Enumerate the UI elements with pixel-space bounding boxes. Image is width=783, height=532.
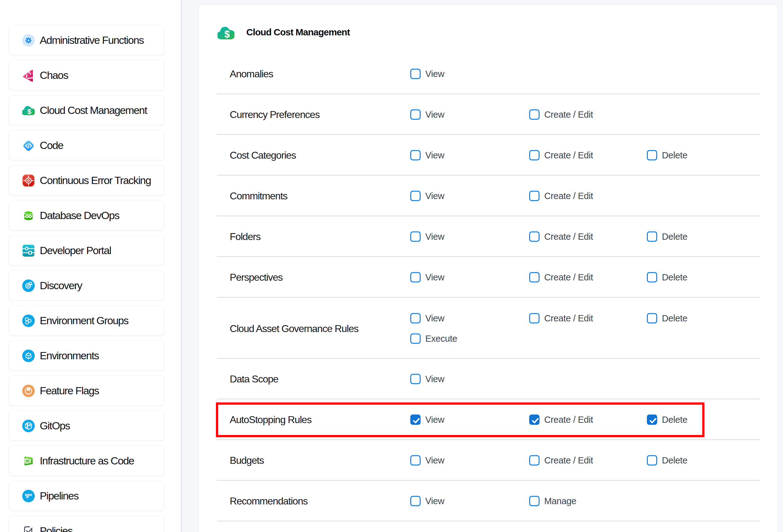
svg-text:$: $ — [27, 107, 31, 115]
svg-text:$: $ — [224, 29, 230, 39]
